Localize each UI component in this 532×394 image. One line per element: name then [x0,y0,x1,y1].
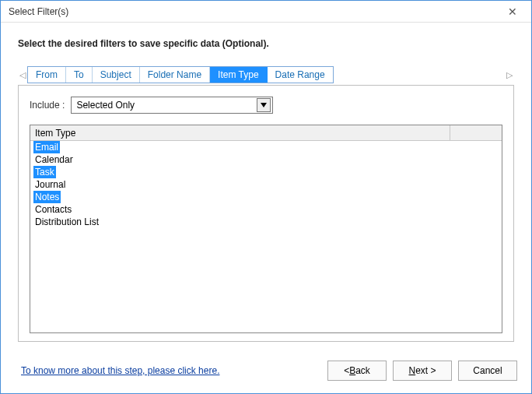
list-item[interactable]: Calendar [30,153,502,166]
include-value: Selected Only [76,100,135,111]
chevron-down-icon [257,98,271,112]
list-item[interactable]: Task [30,166,502,178]
tab-date-range[interactable]: Date Range [268,67,333,83]
help-link[interactable]: To know more about this step, please cli… [21,365,219,376]
back-button[interactable]: < Back [327,361,387,381]
dialog-select-filters: Select Filter(s) ✕ Select the desired fi… [0,0,532,394]
list-item[interactable]: Distribution List [30,216,502,228]
column-spare [450,125,502,140]
titlebar: Select Filter(s) ✕ [1,1,531,23]
include-dropdown[interactable]: Selected Only [71,97,273,114]
item-type-listbox[interactable]: Item Type Email Calendar Task Journal No… [30,125,502,333]
column-item-type[interactable]: Item Type [30,125,450,140]
list-item[interactable]: Journal [30,178,502,191]
footer: To know more about this step, please cli… [1,350,531,393]
button-row: < Back Next > Cancel [327,361,517,381]
next-button[interactable]: Next > [393,361,452,381]
list-body: Email Calendar Task Journal Notes Contac… [30,141,502,332]
tab-item-type[interactable]: Item Type [210,67,267,83]
include-row: Include : Selected Only [30,97,502,114]
close-button[interactable]: ✕ [502,5,523,18]
tab-scroll-right[interactable]: ▷ [505,66,514,83]
tab-from[interactable]: From [28,67,66,83]
svg-marker-0 [261,103,267,107]
list-item[interactable]: Notes [30,191,502,203]
tabs: From To Subject Folder Name Item Type Da… [27,66,334,83]
filter-pane: Include : Selected Only Item Type Email … [18,85,514,342]
cancel-button[interactable]: Cancel [458,361,517,381]
include-label: Include : [30,100,65,111]
instruction-text: Select the desired filters to save speci… [18,38,514,49]
tab-row: ◁ From To Subject Folder Name Item Type … [18,66,514,83]
list-item[interactable]: Email [30,141,502,153]
list-item[interactable]: Contacts [30,203,502,216]
content-area: Select the desired filters to save speci… [1,23,531,350]
window-title: Select Filter(s) [9,6,68,17]
tab-to[interactable]: To [66,67,93,83]
tab-subject[interactable]: Subject [93,67,140,83]
tab-folder-name[interactable]: Folder Name [140,67,210,83]
tab-scroll-left[interactable]: ◁ [18,66,27,83]
list-header: Item Type [30,125,502,141]
